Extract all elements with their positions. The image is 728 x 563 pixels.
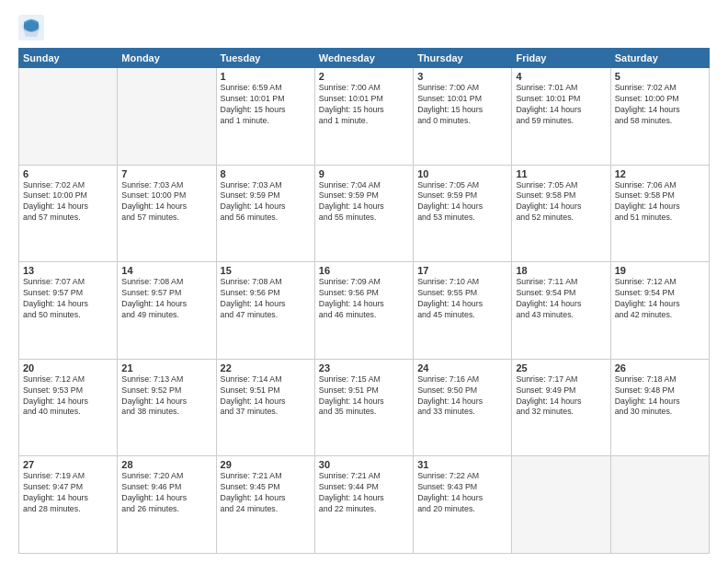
calendar-day-cell: 4Sunrise: 7:01 AM Sunset: 10:01 PM Dayli…	[512, 68, 610, 166]
calendar-day-cell: 15Sunrise: 7:08 AM Sunset: 9:56 PM Dayli…	[216, 262, 314, 360]
day-number: 7	[121, 168, 211, 179]
day-info: Sunrise: 7:08 AM Sunset: 9:57 PM Dayligh…	[121, 277, 211, 321]
day-number: 29	[221, 459, 311, 470]
day-info: Sunrise: 7:00 AM Sunset: 10:01 PM Daylig…	[417, 83, 507, 127]
logo	[18, 15, 48, 40]
day-number: 8	[221, 168, 311, 179]
calendar-day-cell: 14Sunrise: 7:08 AM Sunset: 9:57 PM Dayli…	[118, 262, 216, 360]
day-info: Sunrise: 7:22 AM Sunset: 9:43 PM Dayligh…	[417, 471, 507, 515]
day-number: 20	[23, 362, 113, 373]
day-info: Sunrise: 6:59 AM Sunset: 10:01 PM Daylig…	[221, 83, 311, 127]
calendar-day-cell: 2Sunrise: 7:00 AM Sunset: 10:01 PM Dayli…	[314, 68, 413, 166]
weekday-header-cell: Sunday	[19, 49, 118, 68]
calendar-day-cell: 9Sunrise: 7:04 AM Sunset: 9:59 PM Daylig…	[314, 165, 413, 262]
calendar-day-cell: 26Sunrise: 7:18 AM Sunset: 9:48 PM Dayli…	[610, 359, 709, 456]
day-info: Sunrise: 7:17 AM Sunset: 9:49 PM Dayligh…	[516, 374, 606, 419]
day-info: Sunrise: 7:12 AM Sunset: 9:54 PM Dayligh…	[615, 277, 705, 321]
calendar-day-cell: 17Sunrise: 7:10 AM Sunset: 9:55 PM Dayli…	[414, 262, 512, 360]
day-number: 9	[319, 168, 409, 179]
calendar-day-cell	[512, 456, 610, 554]
calendar-day-cell	[118, 68, 216, 166]
day-info: Sunrise: 7:05 AM Sunset: 9:59 PM Dayligh…	[417, 180, 507, 224]
day-number: 3	[417, 71, 507, 82]
day-number: 2	[319, 71, 409, 82]
calendar-day-cell: 5Sunrise: 7:02 AM Sunset: 10:00 PM Dayli…	[610, 68, 709, 166]
calendar-body: 1Sunrise: 6:59 AM Sunset: 10:01 PM Dayli…	[19, 68, 710, 554]
calendar-day-cell	[610, 456, 709, 554]
day-info: Sunrise: 7:10 AM Sunset: 9:55 PM Dayligh…	[417, 277, 507, 321]
day-info: Sunrise: 7:03 AM Sunset: 10:00 PM Daylig…	[121, 180, 211, 224]
calendar-day-cell: 25Sunrise: 7:17 AM Sunset: 9:49 PM Dayli…	[512, 359, 610, 456]
weekday-header-cell: Friday	[512, 49, 610, 68]
day-number: 31	[417, 459, 507, 470]
day-info: Sunrise: 7:11 AM Sunset: 9:54 PM Dayligh…	[516, 277, 606, 321]
weekday-header-cell: Thursday	[414, 49, 512, 68]
day-info: Sunrise: 7:18 AM Sunset: 9:48 PM Dayligh…	[615, 374, 705, 419]
day-number: 15	[221, 265, 311, 276]
day-number: 26	[615, 362, 705, 373]
page: SundayMondayTuesdayWednesdayThursdayFrid…	[0, 0, 728, 563]
day-number: 18	[516, 265, 606, 276]
day-info: Sunrise: 7:15 AM Sunset: 9:51 PM Dayligh…	[319, 374, 409, 419]
calendar-day-cell: 31Sunrise: 7:22 AM Sunset: 9:43 PM Dayli…	[414, 456, 512, 554]
weekday-header-row: SundayMondayTuesdayWednesdayThursdayFrid…	[19, 49, 710, 68]
calendar-day-cell: 24Sunrise: 7:16 AM Sunset: 9:50 PM Dayli…	[414, 359, 512, 456]
calendar-day-cell: 11Sunrise: 7:05 AM Sunset: 9:58 PM Dayli…	[512, 165, 610, 262]
weekday-header-cell: Wednesday	[314, 49, 413, 68]
calendar-day-cell: 13Sunrise: 7:07 AM Sunset: 9:57 PM Dayli…	[19, 262, 118, 360]
calendar-day-cell: 28Sunrise: 7:20 AM Sunset: 9:46 PM Dayli…	[118, 456, 216, 554]
day-info: Sunrise: 7:21 AM Sunset: 9:44 PM Dayligh…	[319, 471, 409, 515]
calendar-day-cell: 21Sunrise: 7:13 AM Sunset: 9:52 PM Dayli…	[118, 359, 216, 456]
calendar-table: SundayMondayTuesdayWednesdayThursdayFrid…	[18, 48, 710, 554]
calendar-day-cell	[19, 68, 118, 166]
day-info: Sunrise: 7:12 AM Sunset: 9:53 PM Dayligh…	[23, 374, 113, 419]
calendar-day-cell: 16Sunrise: 7:09 AM Sunset: 9:56 PM Dayli…	[314, 262, 413, 360]
day-number: 25	[516, 362, 606, 373]
day-info: Sunrise: 7:16 AM Sunset: 9:50 PM Dayligh…	[417, 374, 507, 419]
calendar-day-cell: 27Sunrise: 7:19 AM Sunset: 9:47 PM Dayli…	[19, 456, 118, 554]
day-number: 6	[23, 168, 113, 179]
day-number: 12	[615, 168, 705, 179]
day-number: 28	[121, 459, 211, 470]
day-info: Sunrise: 7:09 AM Sunset: 9:56 PM Dayligh…	[319, 277, 409, 321]
day-number: 27	[23, 459, 113, 470]
day-number: 13	[23, 265, 113, 276]
calendar-week-row: 13Sunrise: 7:07 AM Sunset: 9:57 PM Dayli…	[19, 262, 710, 360]
day-number: 14	[121, 265, 211, 276]
day-number: 17	[417, 265, 507, 276]
calendar-day-cell: 20Sunrise: 7:12 AM Sunset: 9:53 PM Dayli…	[19, 359, 118, 456]
day-number: 19	[615, 265, 705, 276]
day-number: 11	[516, 168, 606, 179]
day-info: Sunrise: 7:14 AM Sunset: 9:51 PM Dayligh…	[221, 374, 311, 419]
calendar-day-cell: 8Sunrise: 7:03 AM Sunset: 9:59 PM Daylig…	[216, 165, 314, 262]
calendar-day-cell: 7Sunrise: 7:03 AM Sunset: 10:00 PM Dayli…	[118, 165, 216, 262]
weekday-header-cell: Tuesday	[216, 49, 314, 68]
day-number: 5	[615, 71, 705, 82]
day-info: Sunrise: 7:01 AM Sunset: 10:01 PM Daylig…	[516, 83, 606, 127]
day-info: Sunrise: 7:20 AM Sunset: 9:46 PM Dayligh…	[121, 471, 211, 515]
calendar-day-cell: 10Sunrise: 7:05 AM Sunset: 9:59 PM Dayli…	[414, 165, 512, 262]
day-number: 10	[417, 168, 507, 179]
day-number: 24	[417, 362, 507, 373]
calendar-day-cell: 19Sunrise: 7:12 AM Sunset: 9:54 PM Dayli…	[610, 262, 709, 360]
day-number: 23	[319, 362, 409, 373]
calendar-day-cell: 12Sunrise: 7:06 AM Sunset: 9:58 PM Dayli…	[610, 165, 709, 262]
day-info: Sunrise: 7:19 AM Sunset: 9:47 PM Dayligh…	[23, 471, 113, 515]
weekday-header-cell: Saturday	[610, 49, 709, 68]
calendar-week-row: 6Sunrise: 7:02 AM Sunset: 10:00 PM Dayli…	[19, 165, 710, 262]
day-number: 21	[121, 362, 211, 373]
calendar-day-cell: 6Sunrise: 7:02 AM Sunset: 10:00 PM Dayli…	[19, 165, 118, 262]
day-number: 30	[319, 459, 409, 470]
calendar-week-row: 20Sunrise: 7:12 AM Sunset: 9:53 PM Dayli…	[19, 359, 710, 456]
day-number: 1	[221, 71, 311, 82]
day-info: Sunrise: 7:06 AM Sunset: 9:58 PM Dayligh…	[615, 180, 705, 224]
day-info: Sunrise: 7:05 AM Sunset: 9:58 PM Dayligh…	[516, 180, 606, 224]
day-info: Sunrise: 7:13 AM Sunset: 9:52 PM Dayligh…	[121, 374, 211, 419]
day-number: 22	[221, 362, 311, 373]
day-info: Sunrise: 7:04 AM Sunset: 9:59 PM Dayligh…	[319, 180, 409, 224]
day-info: Sunrise: 7:00 AM Sunset: 10:01 PM Daylig…	[319, 83, 409, 127]
header	[18, 15, 710, 40]
calendar-week-row: 1Sunrise: 6:59 AM Sunset: 10:01 PM Dayli…	[19, 68, 710, 166]
day-info: Sunrise: 7:03 AM Sunset: 9:59 PM Dayligh…	[221, 180, 311, 224]
calendar-day-cell: 22Sunrise: 7:14 AM Sunset: 9:51 PM Dayli…	[216, 359, 314, 456]
